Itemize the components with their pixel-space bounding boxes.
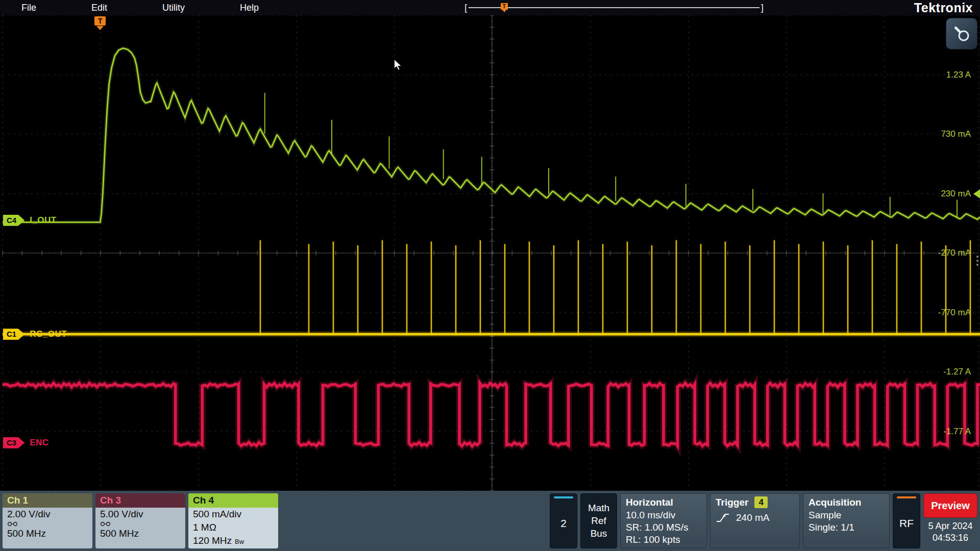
acquisition-single: Single: 1/1 bbox=[808, 521, 884, 534]
record-position-bar[interactable]: [ T ] bbox=[464, 0, 764, 15]
c3-tag: C3 bbox=[3, 437, 24, 448]
menu: File Edit Utility Help bbox=[0, 3, 259, 13]
horizontal-badge[interactable]: Horizontal 10.0 ms/div SR: 1.00 MS/s RL:… bbox=[620, 493, 707, 548]
waveform-canvas bbox=[0, 15, 980, 491]
date-label: 5 Apr 2024 bbox=[923, 520, 977, 532]
scale-label: 1.23 A bbox=[946, 70, 971, 80]
probe-icon bbox=[3, 521, 92, 527]
c1-tag: C1 bbox=[3, 329, 24, 340]
ch1-settings-badge[interactable]: Ch 1 2.00 V/div 500 MHz bbox=[3, 493, 92, 548]
rf-label: RF bbox=[899, 498, 914, 548]
horizontal-scale: 10.0 ms/div bbox=[626, 509, 701, 521]
channel-badge-c4[interactable]: C4 I_OUT bbox=[3, 215, 57, 226]
math-ref-bus-button[interactable]: Math Ref Bus bbox=[580, 493, 617, 548]
acquisition-title: Acquisition bbox=[808, 495, 884, 509]
waveform-display[interactable]: T 1.23 A 730 mA 230 mA -270 mA -770 mA -… bbox=[0, 15, 980, 491]
ch4-settings-badge[interactable]: Ch 4 500 mA/div 1 MΩ 120 MHzBw bbox=[188, 493, 278, 548]
ch4-scale: 500 mA/div bbox=[188, 508, 278, 521]
ch3-bandwidth: 500 MHz bbox=[95, 527, 185, 540]
menu-edit[interactable]: Edit bbox=[91, 3, 107, 13]
trigger-badge[interactable]: Trigger 4 240 mA bbox=[710, 493, 800, 548]
menu-file[interactable]: File bbox=[21, 3, 36, 13]
oscilloscope-screen: File Edit Utility Help [ T ] Tektronix T bbox=[0, 0, 980, 551]
trigger-level: 240 mA bbox=[736, 512, 769, 523]
record-line: T bbox=[469, 7, 759, 8]
acquisition-badge[interactable]: Acquisition Sample Single: 1/1 bbox=[803, 493, 890, 548]
zoom-2-label: 2 bbox=[560, 498, 567, 548]
ch3-name: Ch 3 bbox=[95, 493, 185, 508]
record-right-bracket: ] bbox=[761, 1, 764, 15]
zoom-2-button[interactable]: 2 bbox=[550, 493, 577, 548]
ch4-bandwidth: 120 MHzBw bbox=[188, 534, 278, 547]
math-label: Math bbox=[581, 503, 617, 514]
scale-label: 730 mA bbox=[941, 129, 971, 139]
ch1-bandwidth: 500 MHz bbox=[3, 527, 92, 540]
tektronix-logo: Tektronix bbox=[914, 0, 973, 15]
probe-icon bbox=[95, 521, 185, 527]
zoom-tool-button[interactable] bbox=[946, 18, 977, 49]
trigger-source-badge: 4 bbox=[754, 496, 767, 508]
ch3-scale: 5.00 V/div bbox=[95, 508, 185, 521]
menu-utility[interactable]: Utility bbox=[162, 3, 185, 13]
rising-edge-icon bbox=[716, 512, 730, 523]
record-left-bracket: [ bbox=[464, 1, 467, 15]
record-trigger-marker[interactable]: T bbox=[501, 3, 508, 10]
c4-tag: C4 bbox=[3, 215, 24, 226]
ch1-scale: 2.00 V/div bbox=[3, 508, 92, 521]
mouse-cursor bbox=[394, 59, 403, 73]
scale-label: -270 mA bbox=[938, 248, 971, 258]
c1-signal-name: RC_OUT bbox=[30, 329, 67, 339]
status-bar: Ch 1 2.00 V/div 500 MHz Ch 3 5.00 V/div … bbox=[0, 491, 980, 551]
scale-label: 230 mA bbox=[941, 189, 971, 199]
acquisition-mode: Sample bbox=[808, 509, 884, 521]
rf-button[interactable]: RF bbox=[893, 493, 920, 548]
scale-label: -770 mA bbox=[938, 308, 971, 318]
c3-signal-name: ENC bbox=[30, 438, 48, 448]
horizontal-title: Horizontal bbox=[626, 495, 701, 509]
record-length: RL: 100 kpts bbox=[626, 534, 701, 546]
ch4-level-marker[interactable] bbox=[973, 189, 980, 198]
trigger-position-flag[interactable]: T bbox=[94, 16, 106, 30]
channel-badge-c1[interactable]: C1 RC_OUT bbox=[3, 329, 67, 340]
ch4-impedance: 1 MΩ bbox=[188, 521, 278, 534]
menu-bar: File Edit Utility Help [ T ] Tektronix bbox=[0, 0, 980, 15]
channel-badge-c3[interactable]: C3 ENC bbox=[3, 437, 49, 448]
menu-help[interactable]: Help bbox=[240, 3, 259, 13]
scale-label: -1.27 A bbox=[943, 367, 971, 377]
trigger-arrow-icon bbox=[96, 26, 104, 30]
trigger-title: Trigger bbox=[716, 495, 748, 509]
statusbar-spacer bbox=[281, 493, 547, 548]
preview-column: Preview 5 Apr 2024 04:53:16 bbox=[923, 493, 977, 548]
scale-label: -1.77 A bbox=[943, 427, 971, 437]
magnifier-icon bbox=[952, 24, 971, 43]
c4-signal-name: I_OUT bbox=[30, 215, 57, 226]
ch1-name: Ch 1 bbox=[3, 493, 92, 508]
ch3-settings-badge[interactable]: Ch 3 5.00 V/div 500 MHz bbox=[95, 493, 185, 548]
right-edge-handle[interactable] bbox=[976, 256, 978, 266]
bus-label: Bus bbox=[581, 528, 617, 539]
ref-label: Ref bbox=[581, 515, 617, 527]
trigger-t-icon: T bbox=[94, 16, 106, 26]
sample-rate: SR: 1.00 MS/s bbox=[626, 521, 701, 534]
time-label: 04:53:16 bbox=[923, 532, 977, 544]
ch4-name: Ch 4 bbox=[188, 493, 278, 508]
preview-button[interactable]: Preview bbox=[923, 493, 977, 518]
